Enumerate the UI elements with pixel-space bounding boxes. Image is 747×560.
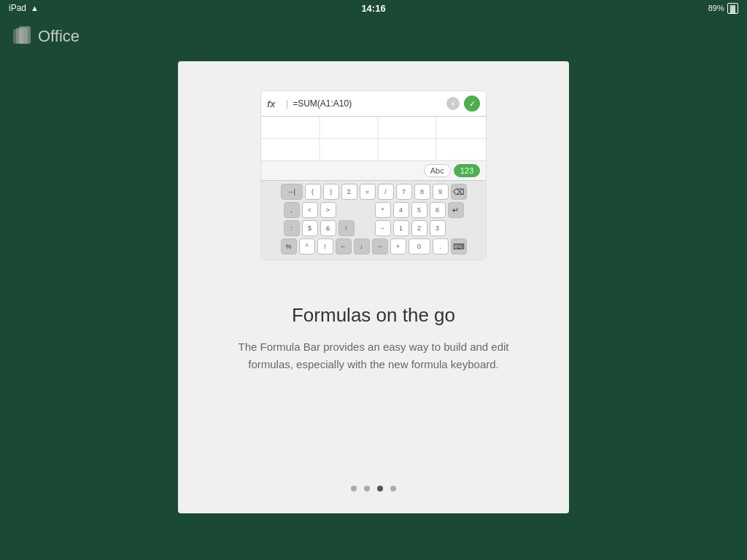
key-9[interactable]: 9 xyxy=(433,184,449,200)
key-empty-1 xyxy=(338,202,355,218)
mode-switcher: Abc 123 xyxy=(261,160,486,181)
key-less-than[interactable]: < xyxy=(302,202,318,218)
key-percent[interactable]: % xyxy=(281,238,297,254)
key-row-3: : $ & ↑ − 1 2 3 xyxy=(264,220,483,236)
key-5[interactable]: 5 xyxy=(411,202,427,218)
divider: | xyxy=(286,98,288,109)
device-label: iPad xyxy=(9,3,26,13)
key-up-arrow[interactable]: ↑ xyxy=(338,220,355,236)
status-bar: iPad ▲ 14:16 89% ▓ xyxy=(0,0,747,16)
key-6[interactable]: 6 xyxy=(430,202,446,218)
key-row-4: % ^ ! ← ↓ → + 0 . ⌨ xyxy=(264,238,483,254)
key-exclaim[interactable]: ! xyxy=(317,238,333,254)
key-tab[interactable]: →| xyxy=(281,184,303,200)
num-mode-button[interactable]: 123 xyxy=(454,164,480,177)
key-empty-4 xyxy=(448,220,464,236)
key-right-arrow[interactable]: → xyxy=(372,238,388,254)
key-4[interactable]: 4 xyxy=(393,202,409,218)
key-ampersand[interactable]: & xyxy=(320,220,336,236)
key-close-paren[interactable]: ) xyxy=(323,184,339,200)
key-caret[interactable]: ^ xyxy=(299,238,315,254)
key-equals[interactable]: = xyxy=(360,184,376,200)
card-title: Formulas on the go xyxy=(292,304,455,327)
key-zero[interactable]: 0 xyxy=(409,238,430,254)
key-8[interactable]: 8 xyxy=(414,184,430,200)
key-empty-3 xyxy=(357,220,373,236)
spreadsheet-area xyxy=(261,117,486,160)
formula-clear-button[interactable]: × xyxy=(446,97,460,110)
key-row-2: , < > * 4 5 6 ↵ xyxy=(264,202,483,218)
key-empty-2 xyxy=(357,202,373,218)
time-display: 14:16 xyxy=(361,3,385,14)
key-minus[interactable]: − xyxy=(375,220,391,236)
key-1[interactable]: 1 xyxy=(393,220,409,236)
pagination-dot-4[interactable] xyxy=(390,486,396,491)
svg-rect-2 xyxy=(19,26,31,44)
key-multiply[interactable]: * xyxy=(375,202,391,218)
pagination-dots xyxy=(351,486,396,491)
key-keyboard[interactable]: ⌨ xyxy=(451,238,467,254)
key-colon[interactable]: : xyxy=(284,220,300,236)
wifi-icon: ▲ xyxy=(31,4,39,12)
abc-mode-button[interactable]: Abc xyxy=(424,164,451,177)
key-row-1: →| ( ) Σ = / 7 8 9 ⌫ xyxy=(264,184,483,200)
key-slash[interactable]: / xyxy=(378,184,394,200)
keyboard-illustration: fx | =SUM(A1:A10) × ✓ Abc 123 →| xyxy=(260,90,487,260)
office-label: Office xyxy=(38,27,80,46)
keyboard-area: →| ( ) Σ = / 7 8 9 ⌫ , < > * 4 5 xyxy=(261,181,486,260)
formula-input[interactable]: =SUM(A1:A10) xyxy=(293,98,442,109)
office-logo-icon xyxy=(12,26,32,47)
office-logo: Office xyxy=(12,26,80,47)
key-2[interactable]: 2 xyxy=(411,220,427,236)
key-greater-than[interactable]: > xyxy=(320,202,336,218)
key-left-arrow[interactable]: ← xyxy=(336,238,352,254)
pagination-dot-2[interactable] xyxy=(364,486,370,491)
key-backspace[interactable]: ⌫ xyxy=(451,184,467,200)
key-sigma[interactable]: Σ xyxy=(341,184,357,200)
formula-bar: fx | =SUM(A1:A10) × ✓ xyxy=(261,91,486,117)
key-comma[interactable]: , xyxy=(284,202,300,218)
main-card: fx | =SUM(A1:A10) × ✓ Abc 123 →| xyxy=(178,61,569,513)
fx-label: fx xyxy=(267,98,282,109)
status-right: 89% ▓ xyxy=(708,3,738,14)
top-bar: Office xyxy=(0,16,747,57)
key-open-paren[interactable]: ( xyxy=(305,184,321,200)
card-description: The Formula Bar provides an easy way to … xyxy=(235,338,512,373)
key-period[interactable]: . xyxy=(433,238,449,254)
pagination-dot-1[interactable] xyxy=(351,486,357,491)
key-return[interactable]: ↵ xyxy=(448,202,464,218)
formula-confirm-button[interactable]: ✓ xyxy=(464,96,480,112)
key-3[interactable]: 3 xyxy=(430,220,446,236)
key-down-arrow[interactable]: ↓ xyxy=(354,238,370,254)
battery-percent: 89% xyxy=(708,4,724,12)
status-left: iPad ▲ xyxy=(9,3,39,13)
grid-lines xyxy=(261,117,486,160)
key-dollar[interactable]: $ xyxy=(302,220,318,236)
battery-icon: ▓ xyxy=(727,3,738,14)
key-plus[interactable]: + xyxy=(390,238,406,254)
pagination-dot-3[interactable] xyxy=(377,486,383,491)
key-7[interactable]: 7 xyxy=(396,184,412,200)
